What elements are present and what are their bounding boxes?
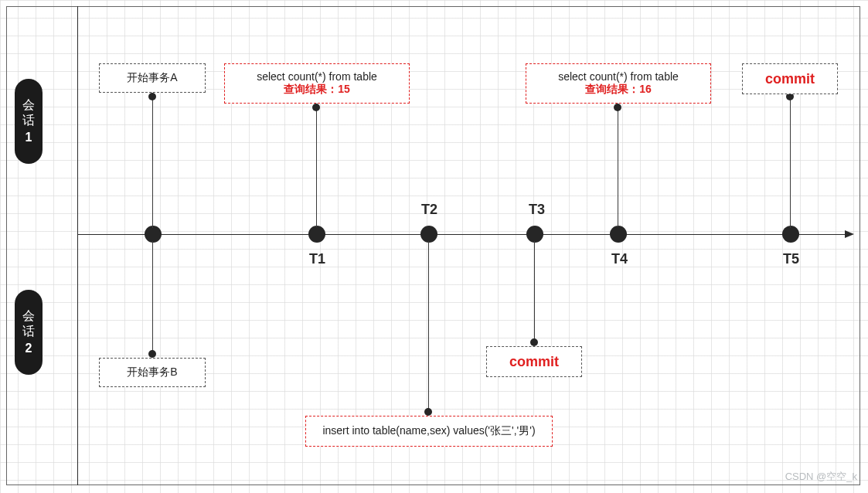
box-start-b: 开始事务B (99, 358, 206, 387)
session-2-label: 会 话 2 (15, 290, 43, 375)
connector-t1-up (316, 107, 317, 227)
tick-label-t3: T3 (529, 202, 545, 218)
connector-t0-up (152, 97, 153, 228)
box-insert: insert into table(name,sex) values('张三',… (305, 416, 553, 447)
box-query1-sql: select count(*) from table (257, 70, 377, 83)
box-insert-sql: insert into table(name,sex) values('张三',… (322, 424, 535, 438)
box-query2-result: 查询结果：16 (585, 83, 652, 97)
diagram-canvas: 会 话 1 会 话 2 T1 T2 T3 T4 T5 开始事务A 开始事务B s… (0, 0, 868, 493)
box-commit-session2-text: commit (509, 354, 559, 370)
connector-t0-down (152, 241, 153, 353)
timeline-axis (77, 234, 853, 235)
vertical-axis (77, 6, 78, 485)
connector-t2-down (428, 241, 429, 411)
connector-dot-t0-up (148, 93, 156, 100)
axis-dot-t0 (145, 226, 162, 243)
connector-t3-down (534, 241, 535, 342)
watermark: CSDN @空空_k (785, 470, 857, 484)
connector-dot-t1-up (312, 104, 320, 111)
box-commit-session1: commit (742, 63, 838, 94)
tick-label-t5: T5 (783, 251, 799, 267)
connector-t5-up (790, 97, 791, 228)
session-2-char2: 话 (22, 325, 35, 338)
box-commit-session1-text: commit (765, 71, 815, 87)
axis-dot-t5 (782, 226, 799, 243)
session-1-label: 会 话 1 (15, 79, 43, 164)
connector-dot-t3-down (530, 338, 538, 346)
connector-dot-t4-up (614, 104, 621, 111)
axis-dot-t1 (308, 226, 325, 243)
box-query1: select count(*) from table 查询结果：15 (224, 63, 410, 104)
session-2-char1: 会 (22, 310, 35, 322)
session-2-num: 2 (26, 342, 32, 355)
tick-label-t4: T4 (611, 251, 628, 267)
axis-dot-t3 (526, 226, 543, 243)
box-start-a: 开始事务A (99, 63, 206, 93)
session-1-char1: 会 (22, 99, 35, 111)
box-query1-result: 查询结果：15 (284, 83, 350, 97)
connector-t4-up (618, 107, 618, 227)
session-1-num: 1 (26, 131, 32, 144)
tick-label-t2: T2 (421, 202, 437, 218)
box-query2: select count(*) from table 查询结果：16 (526, 63, 711, 104)
axis-arrowhead-icon (845, 230, 854, 238)
box-start-b-text: 开始事务B (127, 366, 177, 379)
axis-dot-t4 (610, 226, 627, 243)
connector-dot-t0-down (148, 350, 156, 358)
tick-label-t1: T1 (309, 251, 325, 267)
box-query2-sql: select count(*) from table (558, 70, 679, 83)
session-1-char2: 话 (22, 114, 35, 127)
connector-dot-t2-down (424, 408, 432, 416)
box-commit-session2: commit (486, 346, 582, 377)
axis-dot-t2 (420, 226, 437, 243)
box-start-a-text: 开始事务A (127, 71, 177, 85)
